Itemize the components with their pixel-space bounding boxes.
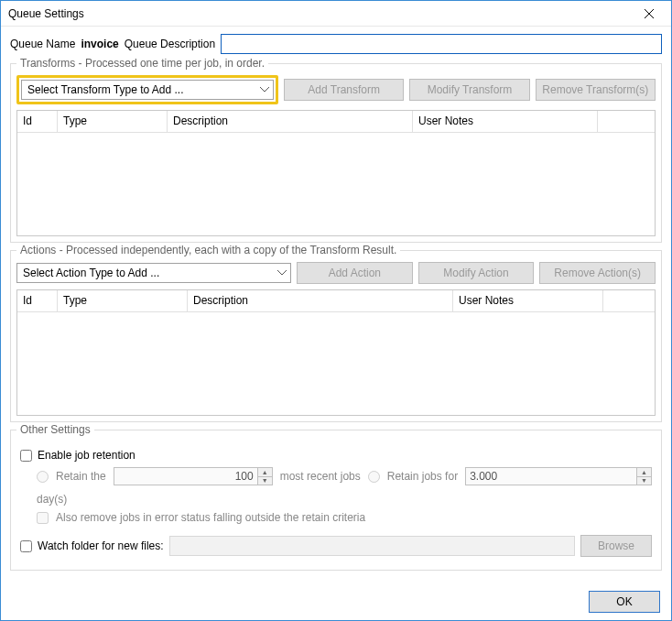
ok-button[interactable]: OK <box>589 591 660 613</box>
transforms-table: Id Type Description User Notes <box>16 110 656 236</box>
transform-type-select[interactable]: Select Transform Type to Add ... <box>21 80 274 100</box>
retain-days-spinner[interactable]: ▲▼ <box>637 467 652 485</box>
col-id[interactable]: Id <box>17 290 58 311</box>
actions-legend: Actions - Processed independently, each … <box>16 244 400 256</box>
actions-thead: Id Type Description User Notes <box>17 290 655 312</box>
action-type-select[interactable]: Select Action Type to Add ... <box>16 263 291 283</box>
col-type[interactable]: Type <box>58 111 168 132</box>
browse-button[interactable]: Browse <box>580 535 652 557</box>
most-recent-label: most recent jobs <box>280 470 361 483</box>
transforms-thead: Id Type Description User Notes <box>17 111 655 133</box>
remove-transform-button[interactable]: Remove Transform(s) <box>536 79 656 101</box>
retention-options-row: Retain the ▲▼ most recent jobs Retain jo… <box>37 467 652 506</box>
other-settings-fieldset: Other Settings Enable job retention Reta… <box>10 430 662 571</box>
retain-count-input[interactable] <box>114 467 258 485</box>
enable-retention-row: Enable job retention <box>20 449 652 462</box>
col-description[interactable]: Description <box>168 111 413 132</box>
watch-folder-row: Watch folder for new files: Browse <box>20 535 652 557</box>
transforms-toolbar: Select Transform Type to Add ... Add Tra… <box>16 75 656 104</box>
watch-folder-path-input[interactable] <box>169 536 575 556</box>
retain-for-label: Retain jobs for <box>387 470 458 483</box>
queue-name-value: invoice <box>81 38 118 50</box>
actions-fieldset: Actions - Processed independently, each … <box>10 250 662 422</box>
retain-the-radio[interactable] <box>37 471 49 483</box>
watch-folder-checkbox[interactable] <box>20 540 32 552</box>
transform-select-text: Select Transform Type to Add ... <box>27 83 184 96</box>
col-description[interactable]: Description <box>188 290 453 311</box>
queue-desc-label: Queue Description <box>125 38 215 50</box>
transforms-legend: Transforms - Processed one time per job,… <box>16 57 268 70</box>
chevron-down-icon <box>277 268 287 278</box>
modify-transform-button[interactable]: Modify Transform <box>409 79 529 101</box>
enable-retention-checkbox[interactable] <box>20 450 32 462</box>
watch-folder-label: Watch folder for new files: <box>38 539 164 552</box>
chevron-down-icon <box>260 85 269 94</box>
other-legend: Other Settings <box>16 423 94 436</box>
content-area: Queue Name invoice Queue Description Tra… <box>1 27 671 585</box>
also-remove-label: Also remove jobs in error status falling… <box>56 511 365 524</box>
up-icon: ▲ <box>637 468 651 477</box>
dialog-footer: OK <box>589 591 660 613</box>
days-suffix-label: day(s) <box>37 493 67 506</box>
col-usernotes[interactable]: User Notes <box>453 290 603 311</box>
col-id[interactable]: Id <box>17 111 58 132</box>
enable-retention-label: Enable job retention <box>38 449 135 462</box>
retain-the-label: Retain the <box>56 470 106 483</box>
also-remove-row: Also remove jobs in error status falling… <box>37 511 652 524</box>
retain-for-radio[interactable] <box>368 471 380 483</box>
titlebar: Queue Settings <box>1 1 671 27</box>
remove-action-button[interactable]: Remove Action(s) <box>539 262 656 284</box>
highlighted-combo-wrap: Select Transform Type to Add ... <box>16 75 278 104</box>
add-action-button[interactable]: Add Action <box>297 262 413 284</box>
down-icon: ▼ <box>637 477 651 485</box>
up-icon: ▲ <box>258 468 272 477</box>
add-transform-button[interactable]: Add Transform <box>284 79 404 101</box>
also-remove-checkbox[interactable] <box>37 512 49 524</box>
col-usernotes[interactable]: User Notes <box>413 111 598 132</box>
modify-action-button[interactable]: Modify Action <box>418 262 535 284</box>
actions-toolbar: Select Action Type to Add ... Add Action… <box>16 262 656 284</box>
col-type[interactable]: Type <box>58 290 188 311</box>
retain-days-input[interactable] <box>465 467 637 485</box>
transforms-fieldset: Transforms - Processed one time per job,… <box>10 63 662 243</box>
down-icon: ▼ <box>258 477 272 485</box>
actions-table-body <box>17 312 655 415</box>
actions-table: Id Type Description User Notes <box>16 289 656 416</box>
close-button[interactable] <box>633 3 666 25</box>
queue-desc-input[interactable] <box>221 34 662 54</box>
window-title: Queue Settings <box>8 7 84 20</box>
col-spacer <box>603 290 655 311</box>
queue-header-row: Queue Name invoice Queue Description <box>10 34 662 54</box>
transforms-table-body <box>17 133 655 235</box>
retain-count-spinner[interactable]: ▲▼ <box>258 467 273 485</box>
action-select-text: Select Action Type to Add ... <box>23 267 159 279</box>
queue-name-label: Queue Name <box>10 38 75 50</box>
col-spacer <box>598 111 655 132</box>
close-icon <box>645 9 654 18</box>
dialog-window: Queue Settings Queue Name invoice Queue … <box>0 0 672 621</box>
